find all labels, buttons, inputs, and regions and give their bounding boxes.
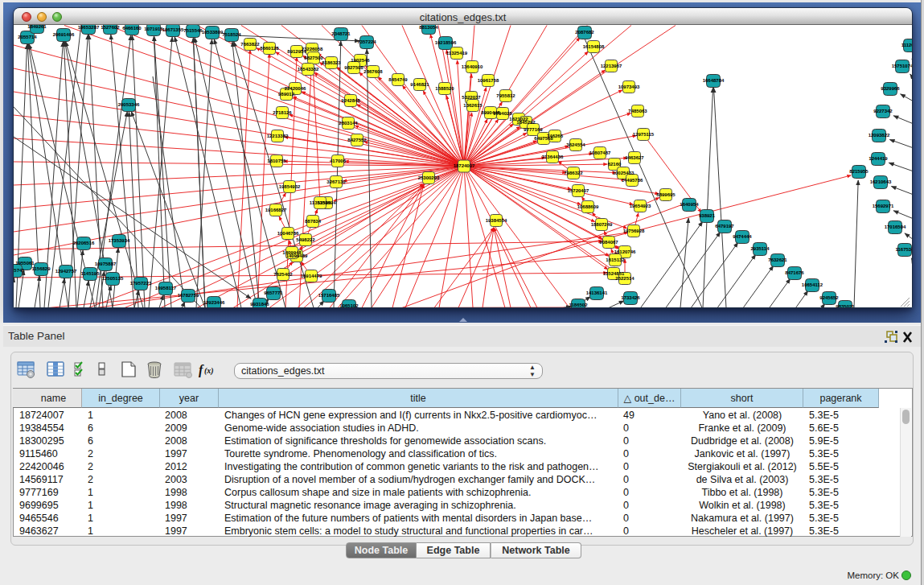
svg-text:1362615: 1362615 bbox=[463, 103, 483, 108]
svg-text:7663822: 7663822 bbox=[240, 42, 260, 47]
svg-text:9835021: 9835021 bbox=[836, 304, 855, 307]
svg-text:21364436: 21364436 bbox=[542, 154, 564, 159]
svg-text:938921: 938921 bbox=[699, 213, 716, 218]
svg-text:10046786: 10046786 bbox=[277, 231, 299, 236]
svg-text:10807487: 10807487 bbox=[589, 150, 611, 155]
svg-text:1145195: 1145195 bbox=[80, 271, 100, 276]
svg-text:12942757: 12942757 bbox=[55, 269, 77, 274]
svg-text:2867608: 2867608 bbox=[363, 69, 383, 74]
svg-text:9242848: 9242848 bbox=[341, 98, 360, 103]
svg-text:8813054: 8813054 bbox=[419, 25, 438, 30]
svg-text:18807249: 18807249 bbox=[591, 222, 613, 227]
svg-text:5498222: 5498222 bbox=[296, 237, 315, 242]
svg-text:1186502: 1186502 bbox=[569, 303, 588, 307]
svg-text:14136141: 14136141 bbox=[586, 290, 608, 295]
svg-text:8215955: 8215955 bbox=[849, 169, 869, 174]
svg-text:16120746: 16120746 bbox=[614, 249, 636, 254]
svg-text:10671355: 10671355 bbox=[162, 27, 184, 32]
svg-text:19166827: 19166827 bbox=[265, 208, 287, 212]
svg-text:8454749: 8454749 bbox=[388, 77, 408, 82]
svg-text:19384554: 19384554 bbox=[486, 218, 507, 223]
svg-text:2087682: 2087682 bbox=[575, 30, 594, 35]
svg-text:1902546: 1902546 bbox=[351, 58, 370, 63]
svg-text:989012: 989012 bbox=[278, 92, 295, 97]
svg-text:62160: 62160 bbox=[608, 162, 622, 167]
svg-text:9931846: 9931846 bbox=[250, 302, 269, 307]
svg-text:7955812: 7955812 bbox=[496, 93, 515, 98]
svg-text:3624554: 3624554 bbox=[566, 142, 585, 147]
svg-text:12505135: 12505135 bbox=[102, 276, 124, 281]
svg-text:10025433: 10025433 bbox=[613, 171, 634, 175]
svg-text:9777169: 9777169 bbox=[524, 127, 543, 132]
svg-text:(x): (x) bbox=[204, 366, 214, 376]
svg-text:17957223: 17957223 bbox=[130, 281, 152, 286]
svg-text:9827508: 9827508 bbox=[344, 65, 363, 70]
svg-text:1071915: 1071915 bbox=[144, 27, 163, 31]
svg-text:10973493: 10973493 bbox=[618, 84, 640, 89]
svg-text:20053346: 20053346 bbox=[118, 102, 140, 107]
svg-text:12093822: 12093822 bbox=[869, 133, 890, 138]
svg-text:12975115: 12975115 bbox=[633, 132, 655, 137]
svg-text:17016504: 17016504 bbox=[885, 225, 906, 229]
svg-text:12213967: 12213967 bbox=[601, 64, 622, 68]
svg-text:10975887: 10975887 bbox=[95, 262, 117, 266]
svg-text:6466160: 6466160 bbox=[122, 26, 142, 31]
svg-text:746266: 746266 bbox=[547, 134, 564, 138]
svg-text:1810755: 1810755 bbox=[267, 159, 286, 163]
svg-text:16154808: 16154808 bbox=[583, 44, 605, 49]
svg-text:9245652: 9245652 bbox=[819, 295, 839, 300]
svg-text:2348721: 2348721 bbox=[331, 31, 351, 36]
svg-text:8471676: 8471676 bbox=[785, 270, 804, 275]
svg-text:1845292: 1845292 bbox=[516, 120, 536, 125]
svg-text:10688609: 10688609 bbox=[577, 204, 599, 209]
svg-text:15751074: 15751074 bbox=[892, 64, 912, 68]
svg-text:9227342: 9227342 bbox=[873, 109, 893, 113]
svg-text:11325419: 11325419 bbox=[446, 51, 468, 56]
svg-text:7357224: 7357224 bbox=[357, 39, 376, 44]
svg-text:16543382: 16543382 bbox=[298, 67, 319, 72]
svg-text:15716485: 15716485 bbox=[318, 293, 340, 298]
svg-text:19654923: 19654923 bbox=[630, 204, 651, 208]
svg-text:9084067: 9084067 bbox=[599, 240, 618, 245]
svg-text:8186323: 8186323 bbox=[322, 60, 341, 65]
svg-text:1640954: 1640954 bbox=[680, 202, 699, 207]
svg-text:2055714: 2055714 bbox=[18, 35, 37, 39]
svg-text:1527602: 1527602 bbox=[101, 25, 120, 30]
svg-text:10533809: 10533809 bbox=[202, 30, 224, 35]
svg-text:1409948: 1409948 bbox=[282, 250, 302, 255]
svg-text:19218506: 19218506 bbox=[435, 40, 457, 45]
svg-text:10958117: 10958117 bbox=[155, 286, 177, 290]
svg-text:1955061: 1955061 bbox=[15, 261, 35, 266]
svg-text:2935114: 2935114 bbox=[750, 246, 770, 251]
svg-text:10961758: 10961758 bbox=[478, 78, 499, 83]
svg-text:7632621: 7632621 bbox=[768, 257, 787, 262]
svg-text:1849261: 1849261 bbox=[27, 25, 47, 29]
svg-text:7625402: 7625402 bbox=[273, 272, 293, 277]
svg-text:6899695: 6899695 bbox=[656, 192, 676, 197]
svg-text:9827500: 9827500 bbox=[304, 56, 323, 60]
svg-text:9794028: 9794028 bbox=[493, 111, 512, 116]
svg-text:15720407: 15720407 bbox=[568, 188, 589, 193]
svg-text:14495786: 14495786 bbox=[622, 178, 643, 183]
svg-text:18724007: 18724007 bbox=[454, 163, 475, 168]
svg-text:10653287: 10653287 bbox=[78, 25, 100, 30]
svg-text:2718126: 2718126 bbox=[273, 110, 292, 115]
svg-text:16210643: 16210643 bbox=[870, 179, 892, 184]
svg-text:1065102: 1065102 bbox=[339, 303, 359, 307]
svg-text:11353594: 11353594 bbox=[310, 200, 331, 205]
svg-text:20206516: 20206516 bbox=[73, 241, 95, 245]
svg-text:7518524: 7518524 bbox=[222, 32, 241, 37]
svg-text:7485063: 7485063 bbox=[628, 109, 647, 113]
svg-text:8660128: 8660128 bbox=[260, 46, 279, 51]
svg-text:3915741: 3915741 bbox=[14, 268, 25, 273]
svg-text:16648784: 16648784 bbox=[703, 78, 725, 83]
svg-text:17353934: 17353934 bbox=[109, 238, 130, 243]
svg-text:1244419: 1244419 bbox=[869, 156, 888, 161]
svg-text:19756928: 19756928 bbox=[623, 229, 645, 233]
svg-text:16782759: 16782759 bbox=[178, 293, 199, 298]
svg-text:20691406: 20691406 bbox=[53, 32, 75, 37]
svg-text:1733426: 1733426 bbox=[621, 295, 640, 300]
svg-text:3267130: 3267130 bbox=[326, 179, 346, 184]
svg-text:2522514: 2522514 bbox=[615, 276, 634, 281]
svg-text:5322037: 5322037 bbox=[462, 95, 481, 100]
